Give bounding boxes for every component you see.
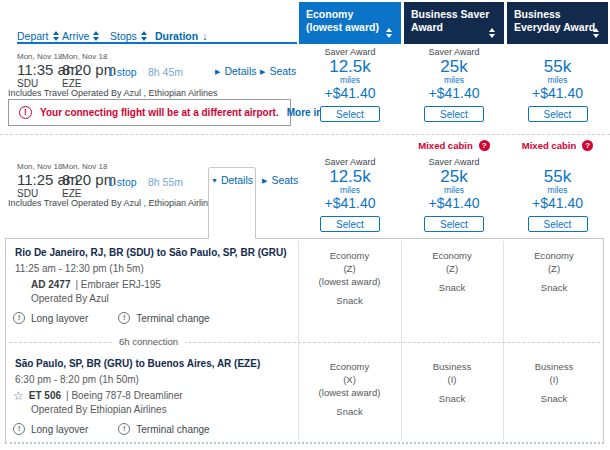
- sort-updown-icon: [53, 31, 59, 41]
- sort-updown-icon[interactable]: [386, 28, 392, 38]
- operated-by: Operated By Azul: [31, 293, 109, 304]
- sort-updown-icon[interactable]: [593, 28, 599, 38]
- meal-label: Snack: [298, 294, 401, 307]
- cabin-sublabel: (lowest award): [298, 386, 401, 399]
- meal-label: Snack: [298, 405, 401, 418]
- connection-warning: Your connecting flight will be at a diff…: [8, 99, 291, 126]
- segment-notes: Long layover Terminal change: [13, 312, 210, 324]
- seats-link[interactable]: Seats: [262, 174, 298, 186]
- select-button[interactable]: Select: [424, 216, 484, 232]
- select-button[interactable]: Select: [528, 216, 588, 232]
- column-header-sublabel: (lowest award): [306, 21, 394, 34]
- cabin-cell: Economy (Z) (lowest award) Snack: [298, 249, 401, 307]
- fare-cell: Saver Award 25k miles +$41.40 Select: [404, 157, 504, 232]
- miles-unit: miles: [299, 76, 401, 85]
- cabin-class: Economy: [401, 249, 503, 262]
- arrive-date: Mon, Nov 18: [62, 52, 107, 61]
- terminal-change-note: Terminal change: [118, 312, 209, 324]
- fee-value: +$41.40: [507, 86, 608, 101]
- fare-class-code: (I): [401, 373, 503, 386]
- fare-cell: Saver Award 12.5k miles +$41.40 Select: [299, 47, 401, 122]
- sort-depart[interactable]: Depart: [17, 30, 59, 42]
- help-question-icon[interactable]: ?: [479, 140, 490, 151]
- fare-cell: Saver Award 12.5k miles +$41.40 Select: [299, 157, 401, 232]
- select-button[interactable]: Select: [320, 216, 380, 232]
- details-link[interactable]: Details: [215, 65, 257, 77]
- cabin-class: Business: [401, 360, 503, 373]
- segment-route: São Paulo, SP, BR (GRU) to Buenos Aires,…: [15, 358, 260, 369]
- stops-link[interactable]: 1 stop: [108, 66, 137, 78]
- miles-unit: miles: [507, 186, 608, 195]
- cabin-cell: Business (I) Snack: [503, 360, 605, 405]
- column-header-business-everyday[interactable]: Business Everyday Award: [507, 2, 608, 44]
- sort-updown-icon[interactable]: [489, 28, 495, 38]
- meal-label: Snack: [401, 392, 503, 405]
- aircraft-type: | Boeing 787-8 Dreamliner: [66, 390, 183, 401]
- select-button[interactable]: Select: [424, 106, 484, 122]
- segment-flight-line: ET 506 | Boeing 787-8 Dreamliner: [13, 390, 183, 401]
- cabin-class: Economy: [298, 249, 401, 262]
- sort-updown-icon: [93, 31, 99, 41]
- flight-number: ET 506: [29, 390, 61, 401]
- row-separator: [0, 134, 610, 135]
- fare-cell: 55k miles +$41.40 Select: [507, 157, 608, 232]
- connection-duration: 6h connection: [112, 336, 185, 347]
- fee-value: +$41.40: [404, 86, 504, 101]
- fare-cell: 55k miles +$41.40 Select: [507, 47, 608, 122]
- mixed-cabin-indicator: Mixed cabin ?: [404, 139, 504, 151]
- duration-value: 8h 55m: [148, 176, 183, 188]
- cabin-class: Business: [503, 360, 605, 373]
- sort-stops[interactable]: Stops: [110, 30, 147, 42]
- sort-duration[interactable]: Duration: [155, 30, 207, 42]
- depart-date: Mon, Nov 18: [17, 52, 62, 61]
- meal-label: Snack: [401, 281, 503, 294]
- column-header-business-saver[interactable]: Business Saver Award: [404, 2, 504, 44]
- cabin-cell: Business (I) Snack: [401, 360, 503, 405]
- help-question-icon[interactable]: ?: [582, 140, 593, 151]
- connection-divider: 6h connection: [9, 342, 600, 343]
- star-icon[interactable]: [13, 391, 24, 401]
- miles-unit: miles: [404, 76, 504, 85]
- flight-number: AD 2477: [31, 279, 70, 290]
- sort-updown-icon: [141, 31, 147, 41]
- sort-duration-label: Duration: [155, 30, 198, 42]
- fare-class-code: (Z): [503, 262, 605, 275]
- mixed-cabin-label: Mixed cabin: [418, 140, 472, 151]
- info-alert-icon: [118, 312, 130, 324]
- column-header-label: Business Saver Award: [411, 8, 497, 34]
- fare-class-code: (Z): [401, 262, 503, 275]
- details-link-expanded[interactable]: Details: [208, 167, 256, 239]
- note-label: Long layover: [31, 424, 88, 435]
- operated-by-note: Includes Travel Operated By Azul , Ethio…: [8, 198, 218, 208]
- seats-link[interactable]: Seats: [260, 65, 296, 77]
- terminal-change-note: Terminal change: [118, 423, 209, 435]
- select-button[interactable]: Select: [528, 106, 588, 122]
- cabin-class: Economy: [503, 249, 605, 262]
- fare-cell: Saver Award 25k miles +$41.40 Select: [404, 47, 504, 122]
- aircraft-type: | Embraer ERJ-195: [75, 279, 160, 290]
- details-link[interactable]: Details: [211, 174, 253, 186]
- fare-class-code: (I): [503, 373, 605, 386]
- fee-value: +$41.40: [299, 196, 401, 211]
- note-label: Terminal change: [136, 313, 209, 324]
- fee-value: +$41.40: [404, 196, 504, 211]
- meal-label: Snack: [503, 392, 605, 405]
- operated-by: Operated By Ethiopian Airlines: [31, 404, 167, 415]
- column-header-economy[interactable]: Economy (lowest award): [299, 2, 401, 44]
- operated-by-note: Includes Travel Operated By Azul , Ethio…: [8, 88, 218, 98]
- info-alert-icon: [13, 312, 25, 324]
- sort-bar-underline: [17, 42, 297, 44]
- select-button[interactable]: Select: [320, 106, 380, 122]
- depart-date: Mon, Nov 18: [17, 162, 62, 171]
- sort-arrive[interactable]: Arrive: [62, 30, 99, 42]
- sort-stops-label: Stops: [110, 30, 137, 42]
- info-alert-icon: [118, 423, 130, 435]
- long-layover-note: Long layover: [13, 423, 88, 435]
- cabin-sublabel: (lowest award): [298, 275, 401, 288]
- fare-class-code: (Z): [298, 262, 401, 275]
- miles-unit: miles: [404, 186, 504, 195]
- stops-link[interactable]: 1 stop: [108, 176, 137, 188]
- miles-value: 25k: [404, 168, 504, 186]
- fee-value: +$41.40: [507, 196, 608, 211]
- arrive-date: Mon, Nov 18: [62, 162, 107, 171]
